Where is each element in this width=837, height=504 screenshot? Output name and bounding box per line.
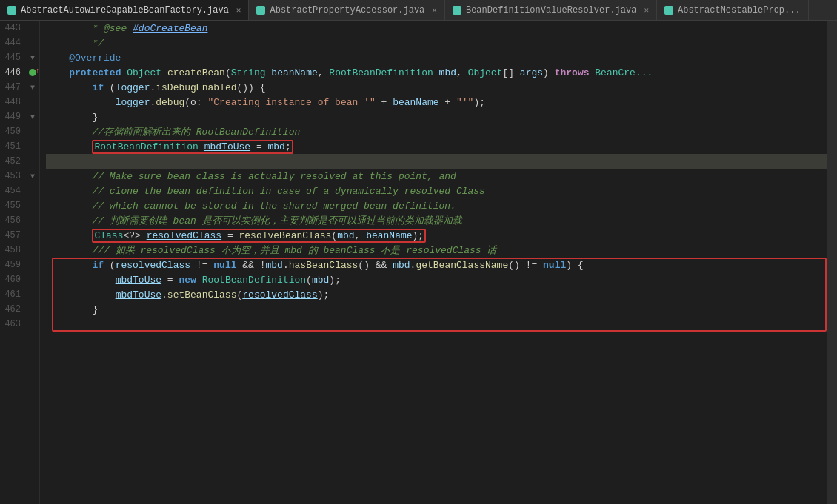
line-gutter: 443 444 445 ▼ 446 447 ▼ 448 (0, 21, 40, 504)
code-461-text: mbdToUse.setBeanClass(resolvedClass); (46, 289, 329, 300)
code-line-445: @Override (46, 50, 827, 65)
line-num-460: 460 (0, 275, 27, 285)
gutter-row-447: 447 ▼ (0, 80, 39, 95)
code-454-comment: // clone the bean definition in case of … (46, 186, 485, 197)
code-line-446: protected Object createBean(String beanN… (46, 65, 827, 80)
line-num-453: 453 (0, 171, 27, 181)
code-line-462: } (46, 302, 827, 317)
breakpoint-dot-446 (29, 69, 36, 76)
code-line-455: // which cannot be stored in the shared … (46, 198, 827, 213)
gutter-row-444: 444 (0, 36, 39, 50)
gutter-row-443: 443 (0, 21, 39, 36)
code-line-463 (46, 317, 827, 332)
tab-label: AbstractAutowireCapableBeanFactory.java (21, 5, 229, 16)
code-line-452 (46, 154, 827, 169)
code-455-comment: // which cannot be stored in the shared … (46, 201, 456, 212)
code-line-444: */ (46, 36, 827, 50)
fold-icon-453[interactable]: ▼ (27, 172, 39, 181)
gutter-row-457: 457 (0, 228, 39, 243)
tab-label4: AbstractNestableProp... (678, 5, 801, 16)
gutter-row-446: 446 (0, 65, 39, 80)
code-462-text: } (46, 304, 98, 315)
code-line-460: mbdToUse = new RootBeanDefinition(mbd); (46, 272, 827, 287)
line-num-451: 451 (0, 141, 27, 152)
tab-bar: AbstractAutowireCapableBeanFactory.java … (0, 0, 837, 21)
code-457-text: Class<?> resolvedClass = resolveBeanClas… (46, 230, 426, 241)
line-num-456: 456 (0, 215, 27, 226)
code-line-449: } (46, 110, 827, 124)
line-num-446: 446 (0, 67, 27, 78)
scroll-gutter[interactable] (827, 21, 837, 504)
line-num-445: 445 (0, 53, 27, 63)
code-452-text (46, 156, 52, 167)
gutter-row-460: 460 (0, 272, 39, 287)
code-line-453: // Make sure bean class is actually reso… (46, 169, 827, 184)
tab-close-icon2[interactable]: ✕ (432, 5, 437, 15)
tab-label2: AbstractPropertyAccessor.java (270, 5, 424, 16)
tab-abstract-property[interactable]: AbstractPropertyAccessor.java ✕ (249, 0, 444, 20)
code-line-443: * @see #doCreateBean (46, 21, 827, 36)
code-451-text: RootBeanDefinition mbdToUse = mbd; (46, 141, 293, 152)
tab-abstract-nestable[interactable]: AbstractNestableProp... (657, 0, 809, 20)
line-num-449: 449 (0, 112, 27, 122)
code-line-459: if (resolvedClass != null && !mbd.hasBea… (46, 258, 827, 272)
java-file-icon (7, 6, 16, 15)
gutter-row-455: 455 (0, 198, 39, 213)
code-area[interactable]: * @see #doCreateBean */ @Override protec… (40, 21, 827, 504)
code-459-text: if (resolvedClass != null && !mbd.hasBea… (46, 260, 584, 271)
code-448-text: logger.debug(o: "Creating instance of be… (46, 97, 485, 108)
java-file-icon2 (256, 6, 265, 15)
gutter-row-450: 450 (0, 124, 39, 139)
gutter-row-452: 452 (0, 154, 39, 169)
red-box-457: Class<?> resolvedClass = resolveBeanClas… (92, 229, 426, 243)
gutter-row-451: 451 (0, 139, 39, 154)
multi-red-box-container: if (resolvedClass != null && !mbd.hasBea… (46, 258, 827, 332)
code-line-457: Class<?> resolvedClass = resolveBeanClas… (46, 228, 827, 243)
fold-icon-445[interactable]: ▼ (27, 54, 39, 62)
red-box-451: RootBeanDefinition mbdToUse = mbd; (92, 140, 293, 154)
line-num-450: 450 (0, 127, 27, 137)
code-line-451: RootBeanDefinition mbdToUse = mbd; (46, 139, 827, 154)
code-line-454: // clone the bean definition in case of … (46, 184, 827, 198)
code-460-text: mbdToUse = new RootBeanDefinition(mbd); (46, 275, 341, 286)
line-num-457: 457 (0, 230, 27, 241)
tab-label3: BeanDefinitionValueResolver.java (466, 5, 636, 16)
editor-area: 443 444 445 ▼ 446 447 ▼ 448 (0, 21, 837, 504)
line-num-444: 444 (0, 38, 27, 48)
gutter-row-456: 456 (0, 213, 39, 228)
gutter-row-463: 463 (0, 317, 39, 332)
code-line-447: if (logger.isDebugEnabled()) { (46, 80, 827, 95)
breakpoint-446[interactable] (27, 69, 39, 76)
gutter-row-445: 445 ▼ (0, 50, 39, 65)
code-line-458: /// 如果 resolvedClass 不为空，并且 mbd 的 beanCl… (46, 243, 827, 258)
code-line-448: logger.debug(o: "Creating instance of be… (46, 95, 827, 110)
java-file-icon4 (664, 6, 673, 15)
tab-abstract-autowire[interactable]: AbstractAutowireCapableBeanFactory.java … (0, 0, 249, 20)
line-num-459: 459 (0, 260, 27, 270)
code-443-comment: * @see #doCreateBean (46, 23, 207, 34)
tab-close-icon3[interactable]: ✕ (644, 5, 649, 15)
code-444-comment: */ (46, 38, 104, 49)
line-num-461: 461 (0, 289, 27, 300)
line-num-454: 454 (0, 186, 27, 196)
code-445-annotation: @Override (46, 53, 121, 64)
java-file-icon3 (453, 6, 461, 15)
tab-close-icon[interactable]: ✕ (236, 5, 241, 15)
fold-icon-447[interactable]: ▼ (27, 84, 39, 92)
gutter-row-449: 449 ▼ (0, 110, 39, 124)
code-447-text: if (logger.isDebugEnabled()) { (46, 82, 266, 93)
line-num-447: 447 (0, 82, 27, 93)
gutter-row-448: 448 (0, 95, 39, 110)
line-num-462: 462 (0, 304, 27, 315)
gutter-row-459: 459 (0, 258, 39, 272)
line-num-463: 463 (0, 319, 27, 329)
gutter-row-461: 461 (0, 287, 39, 302)
line-num-455: 455 (0, 201, 27, 211)
gutter-row-454: 454 (0, 184, 39, 198)
code-450-comment: //存储前面解析出来的 RootBeanDefinition (46, 125, 300, 138)
code-line-461: mbdToUse.setBeanClass(resolvedClass); (46, 287, 827, 302)
code-456-comment: // 判断需要创建 bean 是否可以实例化，主要判断是否可以通过当前的类加载器… (46, 214, 462, 227)
code-458-comment: /// 如果 resolvedClass 不为空，并且 mbd 的 beanCl… (46, 243, 496, 257)
fold-icon-449[interactable]: ▼ (27, 113, 39, 121)
tab-bean-definition[interactable]: BeanDefinitionValueResolver.java ✕ (445, 0, 657, 20)
